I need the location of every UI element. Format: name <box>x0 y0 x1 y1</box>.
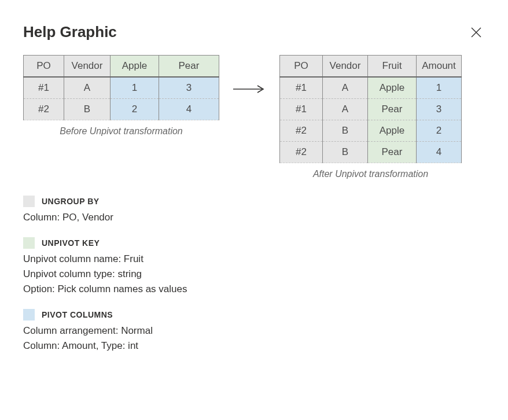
legend-line: Option: Pick column names as values <box>23 283 485 295</box>
before-table: POVendorApplePear #1A13#2B24 <box>23 55 219 120</box>
legend-title: UNPIVOT KEY <box>42 238 100 248</box>
after-header-cell: Vendor <box>323 56 368 78</box>
legend-group: UNGROUP BYColumn: PO, Vendor <box>23 196 485 223</box>
legend-head: UNGROUP BY <box>23 196 485 207</box>
legend-line: Column: PO, Vendor <box>23 212 485 223</box>
before-header-cell: PO <box>24 56 64 78</box>
after-cell: #2 <box>280 120 323 142</box>
after-cell: B <box>323 120 368 142</box>
before-cell: 4 <box>159 99 219 120</box>
before-header-row: POVendorApplePear <box>24 56 219 78</box>
after-cell: Apple <box>368 77 417 99</box>
before-cell: 1 <box>111 77 159 99</box>
before-cell: 3 <box>159 77 219 99</box>
legend-line: Column: Amount, Type: int <box>23 340 485 352</box>
legend-swatch <box>23 237 35 249</box>
legend-title: PIVOT COLUMNS <box>42 310 113 319</box>
arrow-right-icon <box>231 84 268 97</box>
after-cell: 3 <box>417 99 462 120</box>
before-caption: Before Unpivot transformation <box>60 126 183 137</box>
legend-group: UNPIVOT KEYUnpivot column name: FruitUnp… <box>23 237 485 295</box>
legend: UNGROUP BYColumn: PO, VendorUNPIVOT KEYU… <box>23 196 485 352</box>
before-cell: 2 <box>111 99 159 120</box>
legend-line: Unpivot column name: Fruit <box>23 253 485 265</box>
after-row: #2BPear4 <box>280 142 462 163</box>
after-cell: B <box>323 142 368 163</box>
legend-swatch <box>23 196 35 207</box>
before-cell: #1 <box>24 77 64 99</box>
after-table: POVendorFruitAmount #1AApple1#1APear3#2B… <box>279 55 462 163</box>
legend-title: UNGROUP BY <box>42 197 100 206</box>
before-cell: B <box>64 99 111 120</box>
before-header-cell: Pear <box>159 56 219 78</box>
after-header-row: POVendorFruitAmount <box>280 56 462 78</box>
legend-line: Column arrangement: Normal <box>23 325 485 337</box>
legend-group: PIVOT COLUMNSColumn arrangement: NormalC… <box>23 309 485 352</box>
after-cell: A <box>323 77 368 99</box>
before-cell: A <box>64 77 111 99</box>
legend-swatch <box>23 309 35 320</box>
after-header-cell: Fruit <box>368 56 417 78</box>
after-caption: After Unpivot transformation <box>313 169 428 179</box>
after-header-cell: Amount <box>417 56 462 78</box>
after-row: #2BApple2 <box>280 120 462 142</box>
after-cell: #1 <box>280 99 323 120</box>
before-cell: #2 <box>24 99 64 120</box>
after-cell: #2 <box>280 142 323 163</box>
before-header-cell: Apple <box>111 56 159 78</box>
after-cell: Pear <box>368 99 417 120</box>
after-header-cell: PO <box>280 56 323 78</box>
after-cell: A <box>323 99 368 120</box>
after-cell: Apple <box>368 120 417 142</box>
after-cell: #1 <box>280 77 323 99</box>
after-cell: 4 <box>417 142 462 163</box>
after-body: #1AApple1#1APear3#2BApple2#2BPear4 <box>280 77 462 163</box>
legend-head: PIVOT COLUMNS <box>23 309 485 320</box>
before-row: #2B24 <box>24 99 219 120</box>
legend-head: UNPIVOT KEY <box>23 237 485 249</box>
after-row: #1APear3 <box>280 99 462 120</box>
after-row: #1AApple1 <box>280 77 462 99</box>
before-row: #1A13 <box>24 77 219 99</box>
after-cell: Pear <box>368 142 417 163</box>
before-header-cell: Vendor <box>64 56 111 78</box>
legend-line: Unpivot column type: string <box>23 268 485 280</box>
close-icon[interactable] <box>467 24 485 41</box>
page-title: Help Graphic <box>23 23 117 41</box>
after-cell: 2 <box>417 120 462 142</box>
before-body: #1A13#2B24 <box>24 77 219 120</box>
after-cell: 1 <box>417 77 462 99</box>
